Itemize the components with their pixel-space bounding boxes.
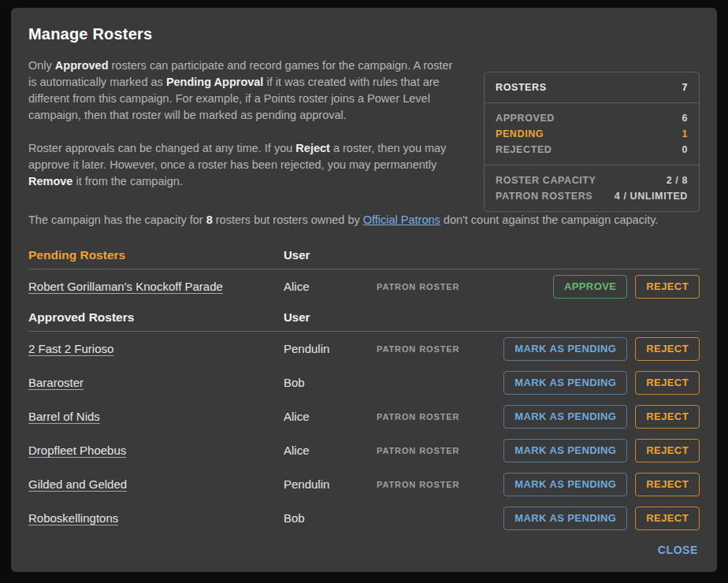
patron-roster-badge: PATRON ROSTER (377, 344, 503, 354)
roster-user: Pendulin (284, 342, 377, 355)
stat-label: PENDING (496, 126, 544, 142)
table-row-pending-roster: Robert Gorillaman's Knockoff Parade Alic… (28, 269, 700, 303)
stat-value: 4 / UNLIMITED (615, 188, 688, 204)
reject-button[interactable]: REJECT (635, 275, 700, 299)
stat-value: 6 (682, 110, 688, 126)
stat-value: 1 (682, 126, 688, 142)
table-row-approved-roster: 2 Fast 2 Furioso Pendulin PATRON ROSTER … (28, 332, 700, 366)
mark-as-pending-button[interactable]: MARK AS PENDING (503, 337, 627, 361)
roster-link[interactable]: Gilded and Gelded (28, 477, 127, 491)
stat-patron-rosters: PATRON ROSTERS 4 / UNLIMITED (496, 188, 688, 204)
manage-rosters-dialog: Manage Rosters Only Approved rosters can… (11, 8, 717, 572)
roster-link[interactable]: Roboskellingtons (28, 511, 118, 525)
table-row-approved-roster: Dropfleet Phoebus Alice PATRON ROSTER MA… (28, 433, 700, 467)
stat-pending: PENDING 1 (496, 126, 688, 142)
roster-link[interactable]: Robert Gorillaman's Knockoff Parade (28, 280, 223, 293)
reject-button[interactable]: REJECT (635, 405, 700, 429)
stat-rejected: REJECTED 0 (496, 142, 688, 158)
stat-label: ROSTER CAPACITY (496, 173, 596, 188)
description-paragraph-2: Roster approvals can be changed at any t… (28, 140, 463, 190)
roster-user: Alice (284, 280, 377, 293)
stat-label: APPROVED (496, 110, 555, 126)
stat-label: ROSTERS (496, 80, 547, 95)
roster-table: Pending Rosters User Robert Gorillaman's… (28, 241, 700, 535)
mark-as-pending-button[interactable]: MARK AS PENDING (503, 405, 627, 429)
text-segment: Roster approvals can be changed at any t… (28, 142, 295, 154)
official-patrons-link[interactable]: Official Patrons (363, 214, 440, 226)
text-segment: rosters but rosters owned by (213, 214, 363, 226)
stat-label: REJECTED (496, 142, 552, 158)
stat-value: 7 (682, 80, 688, 95)
roster-user: Bob (284, 376, 377, 389)
user-column-header: User (284, 310, 310, 324)
approved-rosters-heading: Approved Rosters (28, 310, 134, 324)
roster-user: Bob (284, 511, 377, 525)
roster-link[interactable]: Bararoster (28, 376, 84, 389)
pending-rosters-header-row: Pending Rosters User (28, 241, 700, 269)
description-paragraph-1: Only Approved rosters can participate an… (28, 58, 463, 124)
text-segment-bold: Reject (295, 142, 330, 154)
stat-rosters: ROSTERS 7 (496, 80, 688, 95)
reject-button[interactable]: REJECT (635, 337, 700, 361)
mark-as-pending-button[interactable]: MARK AS PENDING (503, 473, 627, 496)
text-segment: it from the campaign. (72, 175, 182, 188)
text-segment-bold: Pending Approval (166, 76, 264, 88)
text-segment: don't count against the campaign capacit… (440, 214, 659, 226)
capacity-note: The campaign has the capacity for 8 rost… (28, 212, 700, 228)
stat-value: 0 (682, 142, 688, 158)
roster-link[interactable]: Barrel of Nids (28, 410, 100, 423)
approved-rosters-header-row: Approved Rosters User (28, 303, 700, 332)
reject-button[interactable]: REJECT (635, 439, 700, 462)
reject-button[interactable]: REJECT (635, 507, 700, 530)
table-row-approved-roster: Gilded and Gelded Pendulin PATRON ROSTER… (28, 467, 700, 501)
roster-link[interactable]: Dropfleet Phoebus (28, 444, 126, 457)
mark-as-pending-button[interactable]: MARK AS PENDING (503, 371, 627, 395)
patron-roster-badge: PATRON ROSTER (377, 446, 503, 455)
reject-button[interactable]: REJECT (635, 473, 700, 496)
stat-approved: APPROVED 6 (496, 110, 688, 126)
stat-value: 2 / 8 (667, 173, 688, 188)
roster-stats-panel: ROSTERS 7 APPROVED 6 PENDING 1 REJECTED … (484, 72, 700, 212)
approve-button[interactable]: APPROVE (553, 275, 627, 299)
page-title: Manage Rosters (28, 25, 700, 43)
text-segment-bold: 8 (206, 214, 213, 226)
close-button[interactable]: CLOSE (658, 544, 698, 556)
reject-button[interactable]: REJECT (635, 371, 700, 395)
text-segment: The campaign has the capacity for (28, 214, 206, 226)
text-segment-bold: Remove (28, 175, 72, 188)
stat-roster-capacity: ROSTER CAPACITY 2 / 8 (496, 173, 688, 188)
text-segment-bold: Approved (55, 59, 109, 72)
user-column-header: User (284, 248, 310, 262)
patron-roster-badge: PATRON ROSTER (377, 282, 553, 292)
mark-as-pending-button[interactable]: MARK AS PENDING (503, 439, 627, 462)
patron-roster-badge: PATRON ROSTER (377, 480, 503, 489)
roster-user: Alice (284, 444, 377, 457)
table-row-approved-roster: Barrel of Nids Alice PATRON ROSTER MARK … (28, 399, 700, 433)
mark-as-pending-button[interactable]: MARK AS PENDING (503, 507, 627, 530)
patron-roster-badge: PATRON ROSTER (377, 412, 503, 421)
table-row-approved-roster: Roboskellingtons Bob MARK AS PENDING REJ… (28, 501, 700, 535)
roster-link[interactable]: 2 Fast 2 Furioso (28, 342, 113, 355)
pending-rosters-heading: Pending Rosters (28, 248, 125, 262)
table-row-approved-roster: Bararoster Bob MARK AS PENDING REJECT (28, 366, 700, 399)
text-segment: Only (28, 59, 55, 72)
roster-user: Alice (284, 410, 377, 423)
roster-user: Pendulin (284, 477, 377, 491)
stat-label: PATRON ROSTERS (496, 188, 592, 204)
